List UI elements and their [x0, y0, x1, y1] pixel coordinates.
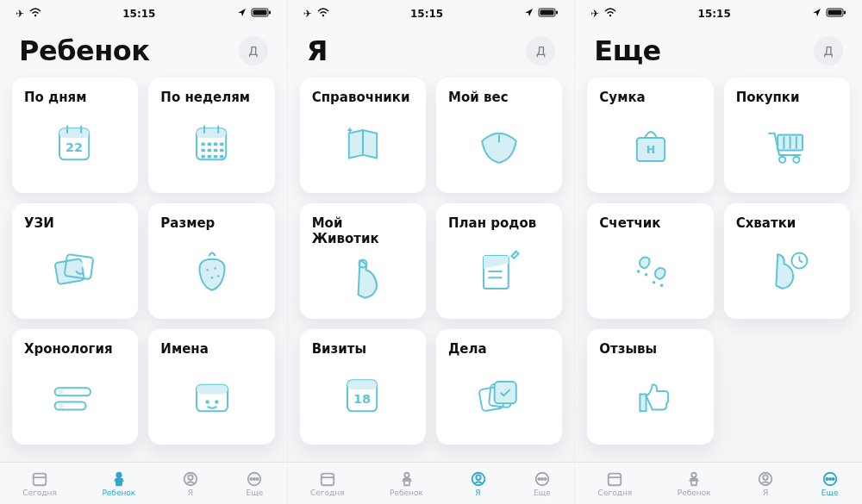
tab-label: Сегодня [310, 488, 345, 497]
svg-rect-2 [253, 10, 266, 16]
status-time: 15:15 [410, 8, 443, 20]
cart-icon [736, 105, 838, 193]
svg-point-73 [476, 475, 480, 479]
card-scale[interactable]: Мой вес [436, 78, 562, 193]
svg-rect-67 [495, 382, 516, 403]
tab-today[interactable]: Сегодня [22, 470, 57, 497]
ultrasound-icon [24, 231, 126, 319]
bag-icon: H [599, 105, 701, 193]
tab-bar: СегодняРебенокЯЕще [288, 462, 575, 504]
card-title: Визиты [312, 341, 414, 357]
header: Ребенок Д [0, 24, 287, 71]
svg-point-47 [251, 477, 253, 479]
avatar[interactable]: Д [814, 36, 843, 65]
svg-rect-81 [844, 11, 846, 15]
svg-point-102 [763, 475, 767, 479]
todo-icon [448, 357, 550, 445]
svg-rect-3 [269, 11, 271, 15]
svg-rect-80 [828, 10, 842, 16]
svg-point-86 [793, 157, 799, 163]
svg-rect-14 [207, 143, 211, 146]
card-title: Счетчик [599, 215, 701, 231]
card-contractions[interactable]: Схватки [724, 203, 850, 319]
tab-me[interactable]: Я [181, 470, 200, 497]
svg-point-39 [215, 400, 219, 404]
svg-point-76 [541, 477, 543, 479]
card-calendar-week[interactable]: По неделям [148, 78, 274, 193]
belly-icon [312, 246, 414, 319]
tab-label: Еще [534, 488, 551, 497]
svg-text:H: H [646, 143, 655, 156]
battery-icon [538, 8, 559, 20]
status-bar: ✈ 15:15 [288, 0, 575, 24]
svg-point-29 [214, 267, 216, 270]
tab-baby[interactable]: Ребенок [390, 470, 423, 497]
tab-today[interactable]: Сегодня [598, 470, 633, 497]
avatar[interactable]: Д [239, 36, 268, 65]
card-title: По неделям [160, 90, 262, 105]
card-cart[interactable]: Покупки [724, 78, 850, 193]
tab-bar: СегодняРебенокЯЕще [575, 462, 862, 504]
card-belly[interactable]: Мой Животик [300, 203, 426, 319]
svg-rect-37 [197, 385, 228, 395]
tab-more[interactable]: Еще [245, 470, 264, 497]
card-strawberry[interactable]: Размер [148, 203, 274, 319]
svg-point-85 [779, 157, 785, 163]
airplane-icon: ✈ [590, 8, 599, 20]
tab-more[interactable]: Еще [821, 470, 840, 497]
card-title: План родов [448, 215, 550, 231]
book-icon: ✦ [312, 105, 414, 193]
visits-icon: 18 [312, 357, 414, 445]
svg-point-77 [545, 477, 547, 479]
card-calendar-day[interactable]: По дням 22 [12, 78, 138, 193]
svg-point-48 [253, 477, 255, 479]
tab-today[interactable]: Сегодня [310, 470, 345, 497]
svg-point-90 [636, 270, 640, 273]
svg-text:✦: ✦ [346, 125, 353, 136]
svg-point-31 [216, 275, 219, 277]
svg-point-105 [829, 477, 831, 479]
tab-me[interactable]: Я [756, 470, 775, 497]
svg-point-70 [404, 472, 409, 476]
avatar[interactable]: Д [526, 36, 555, 65]
cards-grid: Сумка HПокупки Счетчик Схватки Отзывы [575, 71, 862, 462]
tab-label: Ребенок [102, 488, 135, 497]
header: Еще Д [575, 24, 862, 71]
battery-icon [251, 8, 272, 20]
card-ultrasound[interactable]: УЗИ [12, 203, 138, 319]
tab-label: Сегодня [598, 488, 633, 497]
timeline-icon [24, 357, 126, 445]
svg-rect-15 [213, 143, 217, 146]
card-counter[interactable]: Счетчик [587, 203, 713, 319]
tab-baby[interactable]: Ребенок [678, 470, 711, 497]
names-icon [160, 357, 262, 445]
tab-baby[interactable]: Ребенок [102, 470, 135, 497]
wifi-icon [29, 8, 41, 20]
status-time: 15:15 [698, 8, 731, 20]
wifi-icon [604, 8, 616, 20]
card-timeline[interactable]: Хронология [12, 329, 138, 445]
svg-rect-18 [207, 149, 211, 152]
card-names[interactable]: Имена [148, 329, 274, 445]
card-book[interactable]: Справочники ✦ [300, 78, 426, 193]
header: Я Д [288, 24, 575, 71]
tab-label: Ребенок [678, 488, 711, 497]
svg-point-75 [538, 477, 540, 479]
svg-point-49 [257, 477, 259, 479]
card-plan[interactable]: План родов [436, 203, 562, 319]
tab-label: Я [763, 488, 768, 497]
svg-point-78 [609, 15, 611, 16]
svg-text:22: 22 [66, 140, 83, 154]
svg-point-99 [691, 472, 696, 476]
tab-more[interactable]: Еще [533, 470, 552, 497]
card-title: Мой Животик [312, 215, 414, 246]
card-thumbsup[interactable]: Отзывы [587, 329, 713, 445]
location-icon [524, 8, 534, 20]
tab-me[interactable]: Я [469, 470, 488, 497]
svg-point-91 [644, 273, 647, 277]
card-bag[interactable]: Сумка H [587, 78, 713, 193]
page-title: Я [307, 34, 328, 67]
card-todo[interactable]: Дела [436, 329, 562, 445]
tab-bar: СегодняРебенокЯЕще [0, 462, 287, 504]
card-visits[interactable]: Визиты 18 [300, 329, 426, 445]
